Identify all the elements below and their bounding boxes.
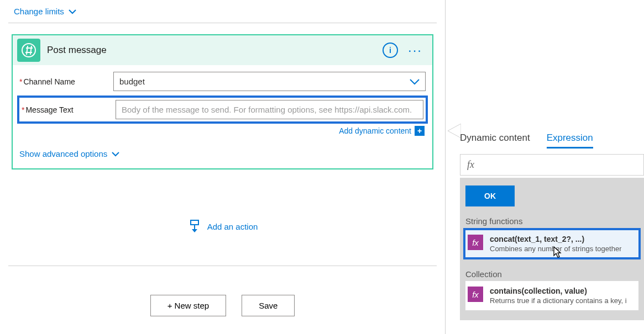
svg-line-3: [27, 46, 28, 55]
function-contains-desc: Returns true if a dictionary contains a …: [490, 296, 627, 305]
panel-divider: [445, 0, 446, 334]
chevron-down-icon: [69, 9, 76, 14]
message-text-placeholder: Body of the message to send. For formatt…: [122, 105, 412, 114]
svg-line-4: [30, 46, 32, 55]
post-message-card: Post message i ··· *Channel Name budget: [12, 34, 433, 169]
add-an-action-label: Add an action: [207, 222, 258, 231]
svg-marker-7: [192, 229, 197, 232]
function-concat-name: concat(text_1, text_2?, ...): [490, 235, 621, 243]
slack-hash-icon: [17, 39, 40, 62]
function-concat[interactable]: fx concat(text_1, text_2?, ...) Combines…: [463, 228, 641, 259]
show-advanced-options-link[interactable]: Show advanced options: [19, 149, 426, 158]
tab-dynamic-content[interactable]: Dynamic content: [460, 132, 530, 149]
fx-icon: fx: [468, 287, 483, 302]
new-step-button[interactable]: + New step: [150, 295, 226, 316]
add-an-action-button[interactable]: Add an action: [8, 219, 437, 234]
svg-rect-5: [191, 220, 198, 225]
chevron-down-icon: [112, 151, 119, 157]
channel-name-value: budget: [119, 77, 145, 86]
callout-pointer-icon: [446, 124, 461, 138]
function-contains-name: contains(collection, value): [490, 287, 627, 295]
function-concat-desc: Combines any number of strings together: [490, 245, 621, 253]
message-text-input[interactable]: Body of the message to send. For formatt…: [116, 100, 423, 119]
function-contains[interactable]: fx contains(collection, value) Returns t…: [465, 281, 638, 310]
expression-input[interactable]: fx: [460, 154, 644, 176]
message-text-row-highlight: *Message Text Body of the message to sen…: [17, 96, 428, 124]
tab-expression[interactable]: Expression: [547, 132, 593, 149]
add-dynamic-content-link[interactable]: Add dynamic content: [339, 126, 411, 135]
expression-panel: Dynamic content Expression fx OK String …: [460, 129, 644, 320]
fx-icon: fx: [468, 235, 483, 250]
channel-name-select[interactable]: budget: [113, 72, 426, 91]
divider: [8, 23, 437, 23]
category-collection: Collection: [465, 269, 638, 279]
info-icon[interactable]: i: [383, 43, 398, 58]
fx-prefix: fx: [467, 159, 474, 170]
plus-icon[interactable]: +: [415, 126, 425, 136]
insert-step-icon: [187, 219, 202, 234]
save-button[interactable]: Save: [242, 295, 295, 316]
card-title: Post message: [47, 45, 376, 56]
more-menu-icon[interactable]: ···: [405, 44, 426, 57]
divider: [8, 266, 437, 266]
svg-marker-8: [448, 124, 461, 138]
ok-button[interactable]: OK: [465, 185, 515, 206]
change-limits-label: Change limits: [14, 7, 64, 16]
show-advanced-options-label: Show advanced options: [19, 149, 107, 158]
message-text-label: *Message Text: [22, 105, 116, 114]
change-limits-link[interactable]: Change limits: [8, 0, 437, 23]
card-header[interactable]: Post message i ···: [13, 35, 432, 65]
channel-name-label: *Channel Name: [19, 77, 113, 86]
category-string-functions: String functions: [465, 216, 638, 226]
svg-point-0: [22, 44, 35, 57]
